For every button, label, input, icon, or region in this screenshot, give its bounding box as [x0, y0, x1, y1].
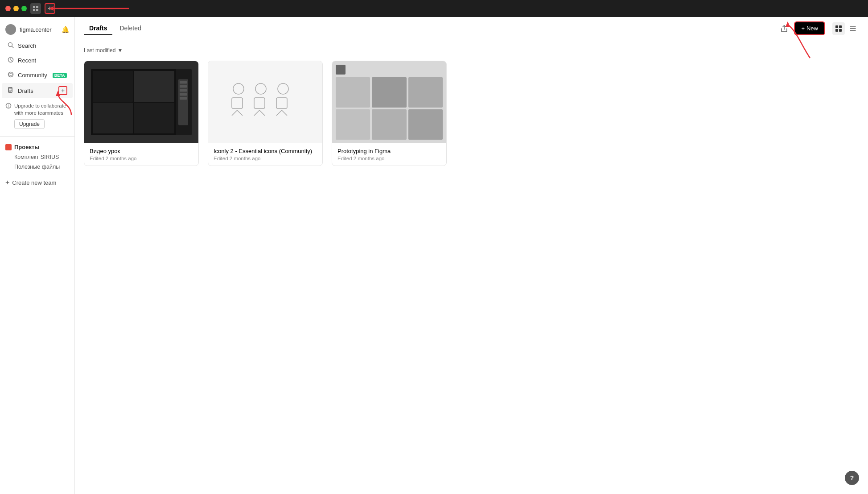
proto-cell [408, 77, 443, 108]
sidebar-item-search[interactable]: Search [2, 39, 73, 53]
avatar [5, 24, 16, 35]
svg-rect-16 [835, 29, 838, 32]
thumb-cell [93, 103, 133, 133]
share-button[interactable] [778, 22, 790, 35]
drafts-label: Drafts [18, 87, 33, 94]
thumb-item [180, 89, 187, 91]
titlebar-add-button[interactable]: + [45, 3, 55, 14]
proto-cell [336, 109, 370, 140]
file-name: Iconly 2 - Essential icons (Community) [214, 148, 317, 154]
svg-rect-15 [839, 25, 842, 28]
proto-cell [408, 109, 443, 140]
file-thumbnail-iconly [208, 61, 322, 143]
svg-rect-24 [254, 98, 265, 108]
file-meta: Edited 2 months ago [90, 156, 193, 161]
plus-icon: + [61, 87, 65, 94]
svg-rect-3 [36, 9, 38, 11]
grid-view-button[interactable] [832, 22, 845, 35]
svg-rect-2 [33, 9, 35, 11]
svg-point-23 [255, 83, 266, 94]
team-name-label: Проекты [14, 144, 39, 150]
proto-grid [336, 77, 443, 140]
red-arrow-titlebar [49, 2, 138, 15]
file-card-proto[interactable]: Prototyping in Figma Edited 2 months ago [332, 61, 447, 166]
close-dot[interactable] [5, 6, 11, 11]
minimize-dot[interactable] [13, 6, 19, 11]
sidebar-sub-item-sirius[interactable]: Комплект SIRIUS [5, 152, 69, 162]
new-btn-label: New [806, 25, 818, 32]
main-layout: figma.center 🔔 Search Recent [0, 17, 868, 494]
upgrade-icon: i [5, 103, 12, 112]
upgrade-button[interactable]: Upgrade [14, 119, 45, 129]
help-button[interactable]: ? [845, 471, 859, 485]
files-area: Last modified ▼ [75, 40, 868, 494]
username-label: figma.center [20, 26, 52, 33]
file-info: Видео урок Edited 2 months ago [84, 143, 198, 166]
thumb-cell [134, 103, 174, 133]
upgrade-text: Upgrade to collaborate with more teammat… [14, 102, 69, 116]
topbar-tabs: Drafts Deleted [84, 22, 778, 35]
tab-deleted[interactable]: Deleted [114, 22, 146, 35]
file-name: Prototyping in Figma [337, 148, 441, 154]
sidebar-item-recent[interactable]: Recent [2, 54, 73, 67]
topbar: Drafts Deleted + New [75, 17, 868, 40]
beta-badge: Beta [53, 73, 67, 78]
svg-rect-22 [232, 98, 243, 108]
search-icon [7, 42, 14, 50]
sub-item-label: Полезные файлы [14, 164, 60, 170]
sidebar-create-team[interactable]: + Create new team [0, 175, 74, 190]
svg-rect-0 [33, 6, 35, 8]
sidebar-upgrade: i Upgrade to collaborate with more teamm… [0, 99, 74, 133]
sidebar-divider [0, 136, 74, 137]
file-card-video[interactable]: Видео урок Edited 2 months ago [84, 61, 199, 166]
svg-point-9 [8, 72, 13, 77]
plus-icon: + [48, 4, 52, 12]
svg-text:i: i [8, 104, 9, 108]
thumb-item [180, 97, 187, 100]
sort-arrow-icon: ▼ [117, 47, 123, 54]
thumb-content [91, 69, 176, 135]
thumb-item [180, 93, 187, 95]
sort-bar[interactable]: Last modified ▼ [84, 47, 859, 54]
sidebar-user[interactable]: figma.center 🔔 [0, 21, 74, 38]
file-name: Видео урок [90, 148, 193, 154]
list-view-button[interactable] [847, 22, 859, 35]
proto-cell [336, 77, 370, 108]
create-team-label: Create new team [12, 179, 56, 186]
sidebar-team-name[interactable]: Проекты [5, 142, 69, 152]
team-icon [5, 144, 12, 150]
svg-rect-1 [36, 6, 38, 8]
sidebar-sub-item-files[interactable]: Полезные файлы [5, 162, 69, 172]
drafts-add-button[interactable]: + [58, 86, 67, 95]
sidebar: figma.center 🔔 Search Recent [0, 17, 75, 494]
drafts-icon [7, 87, 14, 95]
plus-icon: + [801, 25, 805, 32]
tab-drafts[interactable]: Drafts [84, 22, 112, 35]
file-meta: Edited 2 months ago [337, 156, 441, 161]
thumb-cell [93, 71, 133, 102]
file-thumbnail-video [84, 61, 198, 143]
file-card-iconly[interactable]: Iconly 2 - Essential icons (Community) E… [208, 61, 323, 166]
sub-item-label: Комплект SIRIUS [14, 154, 59, 160]
file-meta: Edited 2 months ago [214, 156, 317, 161]
search-label: Search [18, 42, 36, 49]
svg-rect-14 [835, 25, 838, 28]
sidebar-item-drafts[interactable]: Drafts + [2, 83, 73, 98]
bell-icon[interactable]: 🔔 [62, 26, 69, 33]
figma-icon[interactable] [30, 3, 41, 14]
community-icon [7, 71, 14, 79]
proto-cell [372, 77, 406, 108]
maximize-dot[interactable] [21, 6, 27, 11]
file-info: Iconly 2 - Essential icons (Community) E… [208, 143, 322, 166]
thumb-inner [91, 69, 191, 135]
new-button[interactable]: + New [794, 21, 825, 35]
topbar-actions: + New [778, 21, 859, 35]
question-icon: ? [850, 474, 854, 482]
thumb-cell [134, 71, 174, 102]
svg-rect-26 [276, 98, 287, 108]
sidebar-item-community[interactable]: Community Beta [2, 68, 73, 82]
svg-point-21 [233, 83, 244, 94]
svg-point-25 [278, 83, 288, 94]
recent-icon [7, 57, 14, 64]
content-area: Drafts Deleted + New [75, 17, 868, 494]
